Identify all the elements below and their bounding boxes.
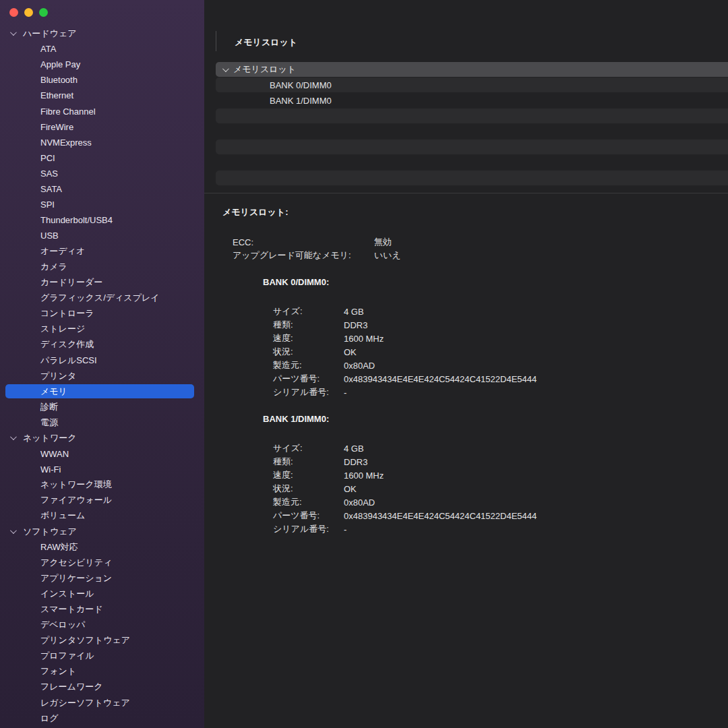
- detail-row-ecc: ECC: 無効: [204, 235, 728, 249]
- sidebar-item-card-reader[interactable]: カードリーダー: [0, 275, 204, 291]
- detail-value: 0x80AD: [344, 361, 375, 371]
- detail-value: 無効: [374, 236, 392, 248]
- minimize-button[interactable]: [24, 8, 33, 17]
- sidebar-item-spi[interactable]: SPI: [0, 197, 204, 212]
- sidebar-item-nvmexpress[interactable]: NVMExpress: [0, 135, 204, 150]
- sidebar-item-accessibility[interactable]: アクセシビリティ: [0, 555, 204, 570]
- sidebar-item-power[interactable]: 電源: [0, 415, 204, 430]
- chevron-down-icon: [10, 527, 17, 534]
- detail-value: OK: [344, 347, 357, 357]
- sidebar-section-network[interactable]: ネットワーク: [0, 430, 204, 446]
- sidebar-item-profiles[interactable]: プロファイル: [0, 648, 204, 664]
- table-row-empty: [216, 109, 728, 123]
- sidebar-item-camera[interactable]: カメラ: [0, 259, 204, 274]
- detail-label: 速度:: [273, 332, 344, 344]
- table-group-row[interactable]: メモリスロット: [216, 62, 728, 77]
- detail-label: サイズ:: [273, 305, 344, 317]
- detail-label: 種類:: [273, 456, 344, 468]
- sidebar-item-printer-software[interactable]: プリンタソフトウェア: [0, 633, 204, 648]
- detail-label: 状況:: [273, 483, 344, 495]
- detail-label: 速度:: [273, 469, 344, 481]
- detail-label: アップグレード可能なメモリ:: [233, 249, 374, 262]
- sidebar-item-wifi[interactable]: Wi-Fi: [0, 462, 204, 477]
- detail-value: 0x483943434E4E4E424C54424C41522D4E5444: [344, 374, 537, 384]
- sidebar-item-thunderbolt-usb4[interactable]: Thunderbolt/USB4: [0, 212, 204, 228]
- detail-label: サイズ:: [273, 442, 344, 454]
- sidebar-item-installations[interactable]: インストール: [0, 586, 204, 601]
- sidebar-section-hardware[interactable]: ハードウェア: [0, 26, 204, 41]
- sidebar-item-sata[interactable]: SATA: [0, 181, 204, 197]
- sidebar-item-sas[interactable]: SAS: [0, 166, 204, 181]
- detail-row-status: 状況:OK: [204, 345, 728, 359]
- detail-row-manufacturer: 製造元:0x80AD: [204, 495, 728, 509]
- detail-value: 0x80AD: [344, 497, 375, 508]
- chevron-down-icon: [222, 65, 229, 72]
- detail-label: シリアル番号:: [273, 523, 344, 535]
- sidebar-item-audio[interactable]: オーディオ: [0, 243, 204, 259]
- sidebar-item-usb[interactable]: USB: [0, 228, 204, 243]
- sidebar-item-ethernet[interactable]: Ethernet: [0, 88, 204, 103]
- sidebar-item-volumes[interactable]: ボリューム: [0, 508, 204, 524]
- sidebar-item-frameworks[interactable]: フレームワーク: [0, 679, 204, 695]
- table-row-empty: [216, 124, 728, 139]
- sidebar-item-applications[interactable]: アプリケーション: [0, 570, 204, 586]
- detail-row-speed: 速度:1600 MHz: [204, 332, 728, 345]
- table-row-empty: [216, 155, 728, 170]
- detail-value: -: [344, 524, 346, 535]
- sidebar-item-legacy-software[interactable]: レガシーソフトウェア: [0, 695, 204, 710]
- sidebar-item-developer[interactable]: デベロッパ: [0, 617, 204, 633]
- table-row-empty: [216, 171, 728, 185]
- detail-label: パーツ番号:: [273, 373, 344, 385]
- details-general: ECC: 無効 アップグレード可能なメモリ: いいえ: [204, 235, 728, 262]
- table-row-bank1[interactable]: BANK 1/DIMM0: [216, 93, 728, 108]
- detail-row-size: サイズ:4 GB: [204, 305, 728, 318]
- close-button[interactable]: [9, 8, 18, 17]
- sidebar-item-raw-support[interactable]: RAW対応: [0, 539, 204, 555]
- sidebar-item-firewall[interactable]: ファイアウォール: [0, 493, 204, 508]
- table-cell: BANK 1/DIMM0: [270, 96, 332, 106]
- sidebar-item-graphics-displays[interactable]: グラフィックス/ディスプレイ: [0, 291, 204, 306]
- sidebar-item-diagnostics[interactable]: 診断: [0, 399, 204, 415]
- sidebar-item-controller[interactable]: コントローラ: [0, 306, 204, 322]
- sidebar-item-logs[interactable]: ログ: [0, 710, 204, 726]
- sidebar-item-bluetooth[interactable]: Bluetooth: [0, 72, 204, 88]
- sidebar-item-ata[interactable]: ATA: [0, 41, 204, 57]
- zoom-button[interactable]: [39, 8, 48, 17]
- sidebar-item-smart-cards[interactable]: スマートカード: [0, 601, 204, 617]
- sidebar-item-wwan[interactable]: WWAN: [0, 446, 204, 462]
- sidebar-item-parallel-scsi[interactable]: パラレルSCSI: [0, 353, 204, 368]
- sidebar-item-storage[interactable]: ストレージ: [0, 322, 204, 337]
- table-group-label: メモリスロット: [233, 63, 296, 75]
- sidebar-tree: ハードウェア ATA Apple Pay Bluetooth Ethernet …: [0, 26, 204, 726]
- detail-value: DDR3: [344, 457, 367, 467]
- sidebar-section-software[interactable]: ソフトウェア: [0, 524, 204, 539]
- detail-value: 0x483943434E4E4E424C54424C41522D4E5444: [344, 511, 537, 521]
- sidebar-section-label: ソフトウェア: [23, 526, 77, 538]
- sidebar-item-memory[interactable]: メモリ: [0, 384, 204, 399]
- detail-row-serial-number: シリアル番号:-: [204, 386, 728, 399]
- memory-slots-table: メモリスロット BANK 0/DIMM0 BANK 1/DIMM0: [216, 62, 728, 186]
- details-heading: メモリスロット:: [222, 206, 288, 218]
- sidebar-item-printers[interactable]: プリンタ: [0, 368, 204, 384]
- window-controls: [9, 8, 48, 17]
- table-cell: BANK 0/DIMM0: [270, 80, 332, 90]
- detail-value: OK: [344, 484, 357, 494]
- detail-row-speed: 速度:1600 MHz: [204, 468, 728, 482]
- sidebar-item-firewire[interactable]: FireWire: [0, 119, 204, 135]
- bank0-heading: BANK 0/DIMM0:: [204, 277, 728, 291]
- sidebar-item-disc-burning[interactable]: ディスク作成: [0, 337, 204, 353]
- pane-divider: [204, 193, 728, 193]
- detail-row-type: 種類:DDR3: [204, 318, 728, 332]
- detail-row-status: 状況:OK: [204, 482, 728, 495]
- sidebar-item-fibre-channel[interactable]: Fibre Channel: [0, 103, 204, 119]
- sidebar-item-fonts[interactable]: フォント: [0, 664, 204, 679]
- sidebar-item-pci[interactable]: PCI: [0, 150, 204, 166]
- detail-row-part-number: パーツ番号:0x483943434E4E4E424C54424C41522D4E…: [204, 509, 728, 522]
- sidebar-item-locations[interactable]: ネットワーク環境: [0, 477, 204, 493]
- detail-row-part-number: パーツ番号:0x483943434E4E4E424C54424C41522D4E…: [204, 372, 728, 386]
- table-row-bank0[interactable]: BANK 0/DIMM0: [216, 78, 728, 92]
- sidebar-section-label: ネットワーク: [23, 432, 77, 444]
- detail-label: シリアル番号:: [273, 386, 344, 398]
- detail-label: 状況:: [273, 346, 344, 358]
- sidebar-item-apple-pay[interactable]: Apple Pay: [0, 57, 204, 72]
